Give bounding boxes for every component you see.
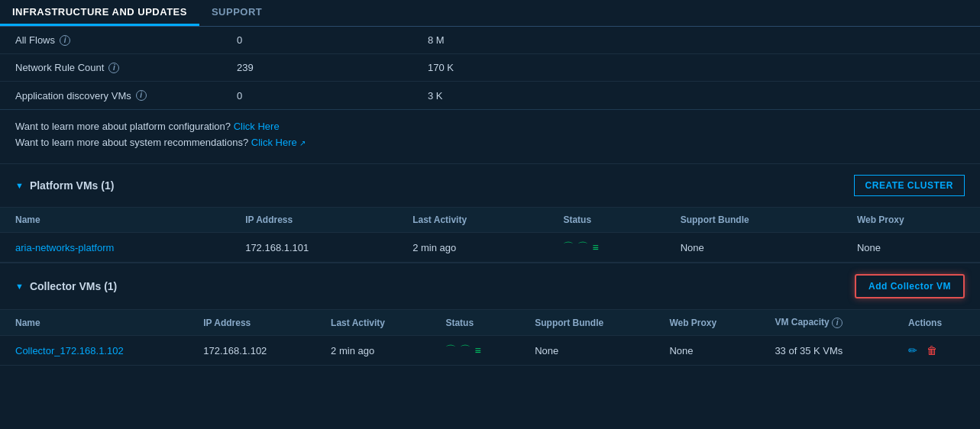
platform-row-activity: 2 min ago: [397, 233, 548, 263]
learn-more-recommendations-text: Want to learn more about system recommen…: [15, 137, 248, 148]
platform-vms-header: ▼ Platform VMs (1) CREATE CLUSTER: [0, 164, 980, 207]
vm-capacity-info-icon[interactable]: i: [832, 318, 843, 328]
platform-row-name: aria-networks-platform: [0, 233, 230, 263]
platform-col-proxy: Web Proxy: [842, 208, 980, 233]
metric-label-network-rule-count: Network Rule Count i: [15, 62, 229, 73]
all-flows-info-icon[interactable]: i: [60, 35, 70, 46]
collector-row-actions: ✏ 🗑: [893, 336, 980, 366]
collector-row-status: ⌒ ⌒ ≡: [430, 336, 519, 366]
collector-col-name: Name: [0, 310, 188, 336]
platform-row-support: None: [665, 233, 842, 263]
all-flows-value2: 8 M: [428, 34, 445, 46]
learn-more-section: Want to learn more about platform config…: [0, 110, 980, 164]
app-discovery-info-icon[interactable]: i: [136, 90, 147, 101]
nav-tabs: INFRASTRUCTURE AND UPDATES SUPPORT: [0, 0, 980, 27]
collector-wifi-connected-icon: ⌒: [460, 344, 471, 357]
metrics-section: All Flows i 0 8 M Network Rule Count i 2…: [0, 27, 980, 110]
collector-col-capacity: VM Capacity i: [759, 310, 893, 336]
platform-vms-table-header-row: Name IP Address Last Activity Status Sup…: [0, 208, 980, 233]
platform-row-ip: 172.168.1.101: [230, 233, 397, 263]
collector-row-support: None: [519, 336, 654, 366]
learn-more-platform-text: Want to learn more about platform config…: [15, 121, 231, 132]
app-discovery-value1: 0: [229, 90, 428, 102]
metric-row-network-rule-count: Network Rule Count i 239 170 K: [0, 54, 980, 82]
metric-row-app-discovery: Application discovery VMs i 0 3 K: [0, 82, 980, 109]
platform-row-status: ⌒ ⌒ ≡: [548, 233, 665, 263]
tab-infrastructure[interactable]: INFRASTRUCTURE AND UPDATES: [0, 0, 199, 26]
create-cluster-button[interactable]: CREATE CLUSTER: [854, 175, 965, 196]
all-flows-value1: 0: [229, 34, 428, 46]
platform-vms-label: Platform VMs (1): [30, 179, 114, 192]
add-collector-button[interactable]: Add Collector VM: [855, 274, 965, 298]
tab-support[interactable]: SUPPORT: [199, 0, 274, 26]
collector-vms-header: ▼ Collector VMs (1) Add Collector VM: [0, 263, 980, 309]
learn-more-recommendations: Want to learn more about system recommen…: [15, 137, 965, 148]
edit-icon[interactable]: ✏: [908, 344, 917, 356]
network-rule-count-value1: 239: [229, 62, 428, 73]
platform-vms-title: ▼ Platform VMs (1): [15, 179, 114, 192]
platform-row-proxy: None: [842, 233, 980, 263]
all-flows-label: All Flows: [15, 34, 55, 46]
collector-vms-title: ▼ Collector VMs (1): [15, 280, 117, 292]
metric-label-all-flows: All Flows i: [15, 34, 229, 46]
network-rule-count-label: Network Rule Count: [15, 62, 104, 73]
collector-row-activity: 2 min ago: [315, 336, 430, 366]
app-discovery-value2: 3 K: [428, 90, 443, 102]
learn-more-platform: Want to learn more about platform config…: [15, 121, 965, 132]
collector-vms-table: Name IP Address Last Activity Status Sup…: [0, 309, 980, 366]
collector-col-status: Status: [430, 310, 519, 336]
collector-vms-table-header-row: Name IP Address Last Activity Status Sup…: [0, 310, 980, 336]
learn-more-recommendations-link[interactable]: Click Here ↗: [251, 137, 306, 148]
platform-vms-table: Name IP Address Last Activity Status Sup…: [0, 207, 980, 263]
collector-vms-label: Collector VMs (1): [30, 280, 117, 292]
collector-col-proxy: Web Proxy: [654, 310, 759, 336]
collector-vm-link[interactable]: Collector_172.168.1.102: [15, 345, 124, 356]
collector-col-actions: Actions: [893, 310, 980, 336]
collector-row-ip: 172.168.1.102: [188, 336, 315, 366]
collector-status-icons: ⌒ ⌒ ≡: [445, 344, 504, 357]
collector-row-capacity: 33 of 35 K VMs: [759, 336, 893, 366]
collector-wifi-signal-icon: ⌒: [445, 344, 456, 357]
wifi-signal-icon: ⌒: [563, 240, 574, 254]
platform-vms-chevron-icon[interactable]: ▼: [15, 181, 24, 190]
collector-database-icon: ≡: [474, 344, 480, 356]
wifi-connected-icon: ⌒: [577, 240, 588, 254]
status-icons: ⌒ ⌒ ≡: [563, 240, 649, 254]
table-row: aria-networks-platform 172.168.1.101 2 m…: [0, 233, 980, 263]
app-discovery-label: Application discovery VMs: [15, 90, 131, 102]
collector-col-support: Support Bundle: [519, 310, 654, 336]
platform-col-ip: IP Address: [230, 208, 397, 233]
learn-more-platform-link[interactable]: Click Here: [234, 121, 280, 132]
external-link-icon: ↗: [299, 139, 306, 147]
platform-col-status: Status: [548, 208, 665, 233]
collector-vms-section: ▼ Collector VMs (1) Add Collector VM Nam…: [0, 263, 980, 366]
delete-icon[interactable]: 🗑: [927, 344, 937, 356]
platform-col-activity: Last Activity: [397, 208, 548, 233]
table-row: Collector_172.168.1.102 172.168.1.102 2 …: [0, 336, 980, 366]
platform-col-name: Name: [0, 208, 230, 233]
metric-label-app-discovery: Application discovery VMs i: [15, 90, 229, 102]
collector-row-proxy: None: [654, 336, 759, 366]
metric-row-all-flows: All Flows i 0 8 M: [0, 27, 980, 54]
database-icon: ≡: [592, 241, 598, 253]
collector-col-activity: Last Activity: [315, 310, 430, 336]
platform-vms-section: ▼ Platform VMs (1) CREATE CLUSTER Name I…: [0, 164, 980, 263]
platform-col-support: Support Bundle: [665, 208, 842, 233]
platform-vm-link[interactable]: aria-networks-platform: [15, 242, 114, 253]
collector-vms-chevron-icon[interactable]: ▼: [15, 282, 24, 291]
network-rule-count-value2: 170 K: [428, 62, 454, 73]
collector-row-name: Collector_172.168.1.102: [0, 336, 188, 366]
collector-col-ip: IP Address: [188, 310, 315, 336]
network-rule-count-info-icon[interactable]: i: [108, 63, 119, 73]
